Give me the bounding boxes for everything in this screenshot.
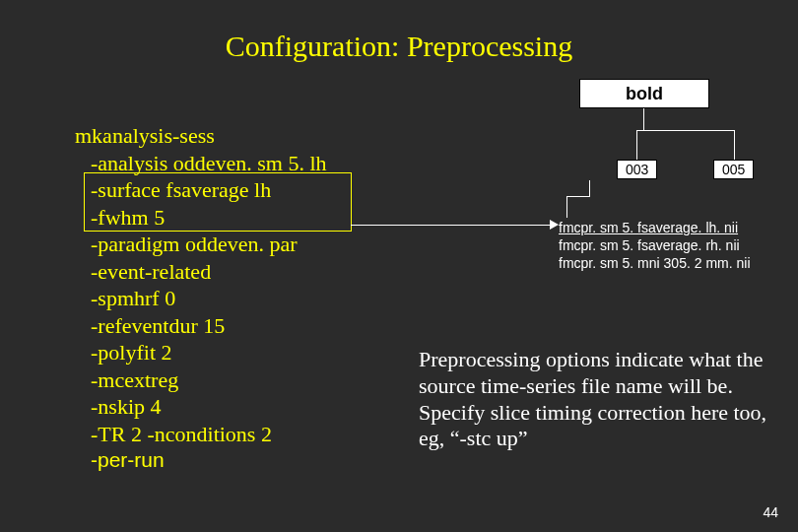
bold-label-box: bold: [579, 79, 709, 108]
config-cmd: mkanalysis-sess: [75, 122, 327, 150]
config-flag-8: -mcextreg: [91, 366, 327, 394]
config-flag-7: -polyfit 2: [91, 339, 327, 366]
file-rh: fmcpr. sm 5. fsaverage. rh. nii: [559, 236, 751, 254]
connector-to-005: [734, 130, 735, 160]
file-list: fmcpr. sm 5. fsaverage. lh. nii fmcpr. s…: [559, 219, 751, 273]
config-flag-9: -nskip 4: [91, 393, 327, 421]
page-number: 44: [763, 504, 778, 520]
config-flag-10: -TR 2 -nconditions 2: [91, 421, 327, 448]
config-per-run: -per-run: [91, 447, 327, 473]
run-003-box: 003: [617, 160, 657, 179]
connector-003-h: [566, 196, 590, 197]
file-mni: fmcpr. sm 5. mni 305. 2 mm. nii: [559, 254, 751, 272]
config-flag-2: -fwhm 5: [91, 204, 327, 232]
arrow-line: [351, 225, 552, 226]
connector-bold-h: [636, 130, 735, 131]
arrow-head-icon: [550, 220, 559, 230]
connector-003-down2: [566, 196, 567, 218]
config-flag-3: -paradigm oddeven. par: [91, 231, 327, 258]
run-005-box: 005: [713, 160, 754, 179]
config-flag-6: -refeventdur 15: [91, 312, 327, 340]
file-lh: fmcpr. sm 5. fsaverage. lh. nii: [559, 219, 751, 236]
config-flag-0: -analysis oddeven. sm 5. lh: [91, 150, 327, 177]
config-flag-1: -surface fsaverage lh: [91, 176, 327, 204]
connector-bold-down: [643, 108, 644, 130]
slide-title: Configuration: Preprocessing: [0, 30, 798, 63]
connector-to-003: [636, 130, 637, 160]
config-block: mkanalysis-sess -analysis oddeven. sm 5.…: [75, 122, 327, 473]
connector-003-down: [589, 180, 590, 196]
config-flag-5: -spmhrf 0: [91, 285, 327, 312]
config-flag-4: -event-related: [91, 258, 327, 286]
preprocessing-paragraph: Preprocessing options indicate what the …: [419, 347, 783, 452]
